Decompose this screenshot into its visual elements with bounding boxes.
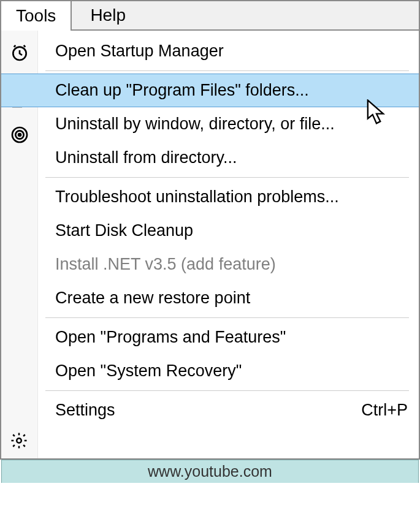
- menu-item-label: Open "System Recovery": [55, 361, 242, 381]
- tools-menu-button[interactable]: Tools: [1, 1, 72, 31]
- gear-icon: [10, 431, 29, 451]
- menu-item-label: Open "Programs and Features": [55, 327, 286, 347]
- background-list: www.youtube.com: [1, 460, 419, 483]
- menu-item-create-restore-point[interactable]: Create a new restore point: [38, 281, 419, 315]
- menu-item-open-system-recovery[interactable]: Open "System Recovery": [38, 354, 419, 388]
- list-item-label: www.youtube.com: [148, 463, 272, 480]
- menu-item-label: Troubleshoot uninstallation problems...: [55, 187, 339, 207]
- menu-item-label: Open Startup Manager: [55, 41, 224, 61]
- menu-item-troubleshoot-uninstall[interactable]: Troubleshoot uninstallation problems...: [38, 180, 419, 214]
- menu-item-install-net: Install .NET v3.5 (add feature): [38, 248, 419, 281]
- help-menu-button[interactable]: Help: [72, 1, 419, 31]
- target-icon: [10, 125, 29, 145]
- menu-separator: [45, 70, 409, 71]
- menu-separator: [45, 177, 409, 178]
- menu-item-label: Create a new restore point: [55, 288, 250, 308]
- clock-icon: [10, 43, 29, 63]
- menu-item-uninstall-by-window[interactable]: Uninstall by window, directory, or file.…: [38, 107, 419, 141]
- list-item[interactable]: www.youtube.com: [1, 460, 419, 483]
- menu-item-label: Clean up "Program Files" folders...: [55, 80, 309, 100]
- menu-item-start-disk-cleanup[interactable]: Start Disk Cleanup: [38, 214, 419, 248]
- tools-dropdown: Open Startup Manager Clean up "Program F…: [0, 31, 420, 460]
- menu-item-shortcut: Ctrl+P: [361, 400, 408, 420]
- svg-point-4: [17, 438, 21, 443]
- svg-point-3: [18, 134, 21, 136]
- menu-item-settings[interactable]: Settings Ctrl+P: [38, 393, 419, 427]
- tools-menu-label: Tools: [16, 6, 56, 26]
- menu-item-label: Install .NET v3.5 (add feature): [55, 254, 276, 274]
- menu-item-label: Uninstall by window, directory, or file.…: [55, 114, 335, 134]
- menu-item-label: Start Disk Cleanup: [55, 221, 193, 240]
- menu-item-label: Uninstall from directory...: [55, 148, 237, 167]
- menubar: Tools Help: [0, 0, 420, 31]
- menu-item-clean-up-program-files[interactable]: Clean up "Program Files" folders...: [1, 74, 419, 107]
- menu-body: Open Startup Manager Clean up "Program F…: [38, 31, 419, 458]
- menu-item-open-startup-manager[interactable]: Open Startup Manager: [38, 34, 419, 68]
- menu-separator: [45, 317, 409, 318]
- menu-separator: [45, 390, 409, 391]
- menu-item-uninstall-from-directory[interactable]: Uninstall from directory...: [38, 141, 419, 175]
- help-menu-label: Help: [90, 6, 126, 25]
- menu-item-label: Settings: [55, 400, 115, 420]
- menu-item-open-programs-and-features[interactable]: Open "Programs and Features": [38, 320, 419, 354]
